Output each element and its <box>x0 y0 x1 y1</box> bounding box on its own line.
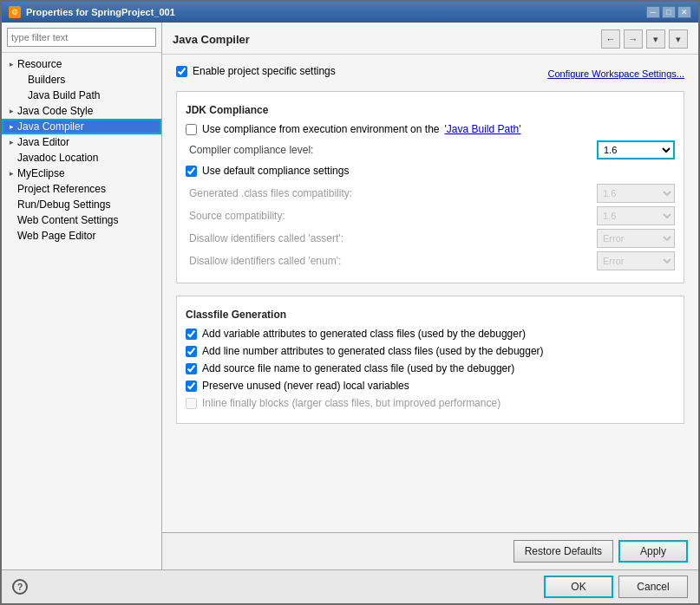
sidebar-item-label: MyEclipse <box>17 167 65 179</box>
sidebar-item-label: Web Content Settings <box>17 214 119 226</box>
sidebar-item-label: Project References <box>17 183 106 195</box>
sidebar-item-resource[interactable]: Resource <box>2 56 161 72</box>
disallow-enum-row: Disallow identifiers called 'enum': Erro… <box>186 251 675 270</box>
add-source-row: Add source file name to generated class … <box>186 362 675 374</box>
nav-forward-button[interactable]: → <box>624 29 643 49</box>
ok-cancel-row: OK Cancel <box>544 576 688 598</box>
generated-class-select: 1.6 <box>597 184 675 203</box>
compliance-level-select[interactable]: 1.6 1.3 1.4 1.5 1.7 <box>597 140 675 159</box>
preserve-unused-checkbox[interactable] <box>186 381 197 392</box>
myeclipse-arrow <box>5 167 17 179</box>
ok-button[interactable]: OK <box>544 576 613 598</box>
add-line-checkbox[interactable] <box>186 346 197 357</box>
project-references-arrow <box>5 183 17 195</box>
nav-menu-button[interactable]: ▾ <box>646 29 665 49</box>
sidebar-item-run-debug-settings[interactable]: Run/Debug Settings <box>2 197 161 212</box>
source-compat-row: Source compatibility: 1.6 <box>186 206 675 225</box>
nav-back-button[interactable]: ← <box>601 29 620 49</box>
content-body: Enable project specific settings Configu… <box>162 55 698 532</box>
filter-box <box>2 23 161 53</box>
jdk-section-header: JDK Compliance <box>186 101 675 116</box>
tree: Resource Builders Java Build Path Java C… <box>2 53 161 569</box>
classfile-generation-section: Classfile Generation Add variable attrib… <box>176 296 684 424</box>
sidebar-item-label: Javadoc Location <box>17 152 98 164</box>
help-button[interactable]: ? <box>12 579 28 595</box>
sidebar-item-builders[interactable]: Builders <box>2 72 161 88</box>
web-content-arrow <box>5 214 17 226</box>
source-compat-select: 1.6 <box>597 206 675 225</box>
generated-class-row: Generated .class files compatibility: 1.… <box>186 184 675 203</box>
title-bar-left: ⚙ Properties for SpringProject_001 <box>9 6 175 18</box>
sidebar-item-project-references[interactable]: Project References <box>2 181 161 197</box>
add-line-label: Add line number attributes to generated … <box>202 345 544 357</box>
window-title: Properties for SpringProject_001 <box>26 7 175 17</box>
sidebar-item-javadoc-location[interactable]: Javadoc Location <box>2 150 161 166</box>
sidebar-item-java-compiler[interactable]: Java Compiler <box>2 119 161 134</box>
window-icon: ⚙ <box>9 6 21 18</box>
use-compliance-row: Use compliance from execution environmen… <box>186 123 675 135</box>
compliance-level-row: Compiler compliance level: 1.6 1.3 1.4 1… <box>186 140 675 159</box>
run-debug-arrow <box>5 198 17 211</box>
disallow-enum-select: Error Warning Ignore <box>597 251 675 270</box>
enable-specific-row: Enable project specific settings <box>176 65 336 77</box>
use-default-checkbox[interactable] <box>186 166 197 177</box>
disallow-assert-label: Disallow identifiers called 'assert': <box>186 232 597 244</box>
sidebar-item-label: Resource <box>17 58 62 70</box>
enable-specific-label: Enable project specific settings <box>193 65 336 77</box>
source-compat-label: Source compatibility: <box>186 210 597 222</box>
sidebar-item-label: Java Editor <box>17 136 69 148</box>
add-variable-row: Add variable attributes to generated cla… <box>186 328 675 340</box>
java-code-style-arrow <box>5 105 17 117</box>
java-build-path-arrow <box>16 89 28 101</box>
bottom-bar: ? OK Cancel <box>2 569 698 603</box>
add-line-row: Add line number attributes to generated … <box>186 345 675 357</box>
inline-finally-checkbox <box>186 398 197 409</box>
use-compliance-checkbox[interactable] <box>186 124 197 135</box>
content-panel: Java Compiler ← → ▾ ▾ Enable project spe… <box>162 23 698 569</box>
sidebar-item-java-editor[interactable]: Java Editor <box>2 134 161 150</box>
content-title: Java Compiler <box>173 33 250 46</box>
main-content: Resource Builders Java Build Path Java C… <box>2 23 698 569</box>
compliance-level-label: Compiler compliance level: <box>186 144 597 156</box>
configure-workspace-link[interactable]: Configure Workspace Settings... <box>547 68 684 79</box>
preserve-unused-label: Preserve unused (never read) local varia… <box>202 380 409 392</box>
sidebar-item-myeclipse[interactable]: MyEclipse <box>2 166 161 181</box>
restore-defaults-button[interactable]: Restore Defaults <box>514 540 613 563</box>
java-build-path-link[interactable]: 'Java Build Path' <box>444 123 520 135</box>
inline-finally-label: Inline finally blocks (larger class file… <box>202 397 500 409</box>
filter-input[interactable] <box>7 28 156 47</box>
resource-arrow <box>5 58 17 70</box>
maximize-button[interactable]: □ <box>662 6 676 18</box>
sidebar-item-web-content-settings[interactable]: Web Content Settings <box>2 212 161 228</box>
apply-button[interactable]: Apply <box>618 540 688 563</box>
java-compiler-arrow <box>5 120 17 133</box>
close-button[interactable]: ✕ <box>677 6 691 18</box>
minimize-button[interactable]: ─ <box>646 6 660 18</box>
javadoc-location-arrow <box>5 152 17 164</box>
sidebar-item-label: Web Page Editor <box>17 230 96 242</box>
properties-window: ⚙ Properties for SpringProject_001 ─ □ ✕… <box>0 0 700 605</box>
java-editor-arrow <box>5 136 17 148</box>
sidebar-item-label: Run/Debug Settings <box>17 198 110 211</box>
enable-specific-checkbox[interactable] <box>176 66 187 77</box>
disallow-assert-row: Disallow identifiers called 'assert': Er… <box>186 229 675 248</box>
builders-arrow <box>16 74 28 86</box>
web-page-editor-arrow <box>5 230 17 242</box>
title-bar-controls: ─ □ ✕ <box>646 6 691 18</box>
nav-dropdown-button[interactable]: ▾ <box>669 29 688 49</box>
preserve-unused-row: Preserve unused (never read) local varia… <box>186 380 675 392</box>
bottom-area: Restore Defaults Apply <box>162 532 698 569</box>
cancel-button[interactable]: Cancel <box>618 576 688 598</box>
sidebar-item-java-code-style[interactable]: Java Code Style <box>2 103 161 119</box>
add-source-checkbox[interactable] <box>186 363 197 374</box>
sidebar-item-web-page-editor[interactable]: Web Page Editor <box>2 228 161 244</box>
add-variable-checkbox[interactable] <box>186 329 197 340</box>
add-source-label: Add source file name to generated class … <box>202 362 514 374</box>
jdk-compliance-section: JDK Compliance Use compliance from execu… <box>176 91 684 283</box>
content-header: Java Compiler ← → ▾ ▾ <box>162 23 698 55</box>
sidebar-item-java-build-path[interactable]: Java Build Path <box>2 88 161 103</box>
inline-finally-row: Inline finally blocks (larger class file… <box>186 397 675 409</box>
use-default-label: Use default compliance settings <box>202 165 349 177</box>
restore-apply-row: Restore Defaults Apply <box>173 540 688 563</box>
sidebar-item-label: Java Compiler <box>17 120 84 133</box>
